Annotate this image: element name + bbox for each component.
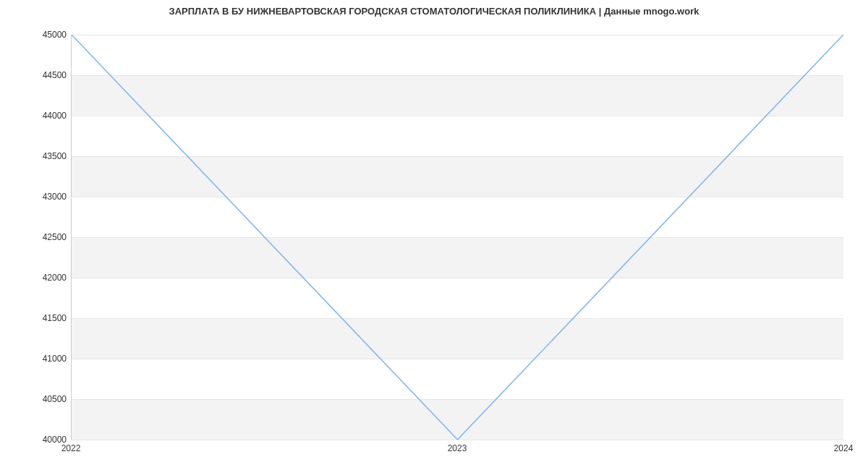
y-axis-tick-label: 40000 (23, 435, 67, 445)
y-axis-tick-label: 42500 (23, 232, 67, 242)
y-axis-tick-label: 40500 (23, 394, 67, 404)
y-gridline (72, 440, 843, 440)
x-axis-tick-label: 2022 (61, 443, 81, 453)
y-axis-tick-label: 41000 (23, 354, 67, 364)
chart-title: ЗАРПЛАТА В БУ НИЖНЕВАРТОВСКАЯ ГОРОДСКАЯ … (0, 6, 868, 17)
y-axis-tick-label: 43000 (23, 192, 67, 202)
y-axis-tick-label: 44500 (23, 70, 67, 80)
y-axis-tick-label: 42000 (23, 273, 67, 283)
y-axis-tick-label: 44000 (23, 111, 67, 121)
y-axis-tick-label: 45000 (23, 30, 67, 40)
y-axis-tick-label: 43500 (23, 151, 67, 161)
plot-area (71, 35, 843, 440)
salary-chart: ЗАРПЛАТА В БУ НИЖНЕВАРТОВСКАЯ ГОРОДСКАЯ … (0, 0, 868, 470)
line-series (72, 35, 843, 440)
y-axis-tick-label: 41500 (23, 313, 67, 323)
x-axis-tick-label: 2024 (834, 443, 854, 453)
x-axis-tick-label: 2023 (448, 443, 467, 453)
